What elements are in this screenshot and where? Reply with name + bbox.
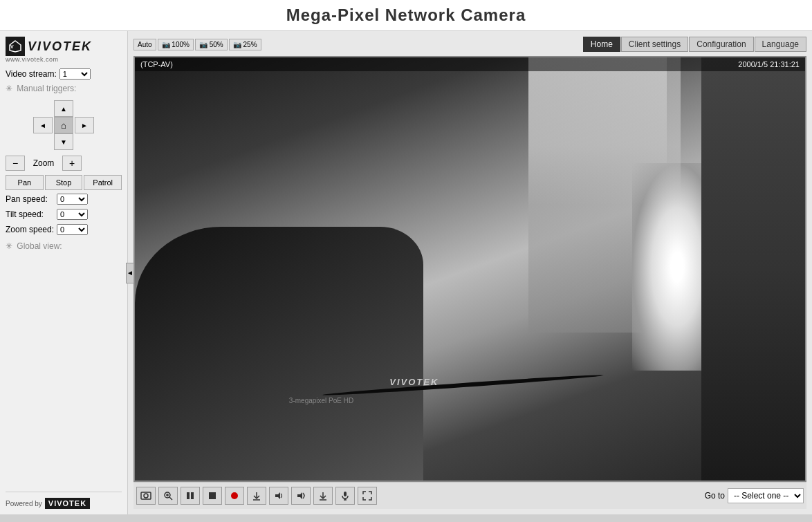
logo-icon: V bbox=[6, 37, 25, 56]
stream-100-button[interactable]: 📷 100% bbox=[158, 39, 194, 50]
camera-feed: VIVOTEK 3-megapixel PoE HD bbox=[135, 57, 805, 481]
svg-rect-8 bbox=[187, 492, 190, 499]
stop-video-button[interactable] bbox=[203, 487, 222, 505]
ptz-home-button[interactable]: ⌂ bbox=[54, 117, 73, 133]
global-view-label: ✳ Global view: bbox=[6, 241, 122, 251]
stop-button[interactable]: Stop bbox=[45, 175, 83, 190]
svg-rect-9 bbox=[191, 492, 194, 499]
svg-marker-14 bbox=[297, 492, 302, 499]
configuration-nav-button[interactable]: Configuration bbox=[689, 37, 753, 52]
stream-25-button[interactable]: 📷 25% bbox=[229, 39, 261, 50]
sidebar-footer: Powered by VIVOTEK bbox=[6, 492, 122, 509]
client-settings-nav-button[interactable]: Client settings bbox=[621, 37, 688, 52]
pan-speed-select[interactable]: 012345 bbox=[57, 194, 88, 205]
top-nav: Auto 📷 100% 📷 50% 📷 25% Home Client sett… bbox=[133, 37, 806, 52]
ptz-down-button[interactable]: ▼ bbox=[54, 133, 73, 150]
psp-row: Pan Stop Patrol bbox=[6, 175, 122, 190]
svg-line-5 bbox=[169, 497, 172, 500]
audio-download-button[interactable] bbox=[313, 487, 333, 505]
logo-website: www.vivotek.com bbox=[6, 56, 122, 63]
goto-select[interactable]: -- Select one -- Preset 1 Preset 2 Prese… bbox=[728, 488, 804, 503]
stream-controls: Auto 📷 100% 📷 50% 📷 25% bbox=[133, 39, 261, 50]
bottom-toolbar: Go to -- Select one -- Preset 1 Preset 2… bbox=[133, 482, 806, 509]
svg-point-11 bbox=[231, 492, 238, 499]
microphone-button[interactable] bbox=[335, 487, 355, 505]
sidebar-logo: V VIVOTEK www.vivotek.com bbox=[6, 37, 122, 63]
svg-point-3 bbox=[144, 494, 148, 498]
main-layout: V VIVOTEK www.vivotek.com Video stream: … bbox=[0, 31, 812, 514]
pan-button[interactable]: Pan bbox=[6, 175, 44, 190]
video-overlay-bar: (TCP-AV) 2000/1/5 21:31:21 bbox=[135, 57, 805, 71]
zoom-in-button[interactable]: + bbox=[62, 156, 82, 171]
zoom-speed-row: Zoom speed: 012345 bbox=[6, 224, 122, 235]
tilt-speed-select[interactable]: 012345 bbox=[57, 209, 88, 220]
zoom-speed-select[interactable]: 012345 bbox=[57, 224, 88, 235]
svg-rect-16 bbox=[344, 492, 347, 496]
record-button[interactable] bbox=[225, 487, 244, 505]
tilt-speed-label: Tilt speed: bbox=[6, 209, 54, 219]
ptz-up-button[interactable]: ▲ bbox=[54, 100, 73, 117]
patrol-button[interactable]: Patrol bbox=[84, 175, 122, 190]
tilt-speed-row: Tilt speed: 012345 bbox=[6, 209, 122, 220]
goto-label: Go to bbox=[705, 491, 725, 501]
pan-speed-label: Pan speed: bbox=[6, 194, 54, 204]
logo-text: VIVOTEK bbox=[28, 39, 92, 54]
zoom-speed-label: Zoom speed: bbox=[6, 225, 54, 234]
footer-logo: VIVOTEK bbox=[45, 498, 90, 509]
page-title: Mega-Pixel Network Camera bbox=[14, 6, 798, 25]
svg-rect-10 bbox=[209, 492, 216, 499]
collapse-sidebar-button[interactable]: ◄ bbox=[126, 263, 134, 283]
video-stream-row: Video stream: 1 2 3 bbox=[6, 68, 122, 80]
goto-row: Go to -- Select one -- Preset 1 Preset 2… bbox=[705, 488, 804, 503]
manual-triggers-label: ✳ Manual triggers: bbox=[6, 84, 122, 93]
pan-speed-row: Pan speed: 012345 bbox=[6, 194, 122, 205]
zoom-label: Zoom bbox=[26, 158, 61, 168]
download-video-button[interactable] bbox=[247, 487, 266, 505]
scene-model: 3-megapixel PoE HD bbox=[289, 397, 353, 404]
video-timestamp: 2000/1/5 21:31:21 bbox=[738, 60, 800, 68]
snapshot-button[interactable] bbox=[136, 487, 156, 505]
svg-marker-13 bbox=[275, 492, 280, 499]
zoom-out-button[interactable]: − bbox=[6, 156, 25, 171]
page-header: Mega-Pixel Network Camera bbox=[0, 0, 812, 31]
nav-buttons: Home Client settings Configuration Langu… bbox=[583, 37, 806, 52]
volume-button[interactable] bbox=[269, 487, 288, 505]
video-protocol-label: (TCP-AV) bbox=[140, 60, 173, 68]
language-nav-button[interactable]: Language bbox=[755, 37, 806, 52]
pause-button[interactable] bbox=[181, 487, 200, 505]
ptz-left-button[interactable]: ◄ bbox=[33, 117, 53, 133]
content-area: Auto 📷 100% 📷 50% 📷 25% Home Client sett… bbox=[128, 31, 812, 514]
zoom-row: − Zoom + bbox=[6, 156, 122, 171]
fullscreen-button[interactable] bbox=[358, 487, 377, 505]
scene-logo: VIVOTEK bbox=[389, 377, 439, 387]
stream-50-button[interactable]: 📷 50% bbox=[195, 39, 228, 50]
sidebar: V VIVOTEK www.vivotek.com Video stream: … bbox=[0, 31, 128, 514]
volume-high-button[interactable] bbox=[291, 487, 311, 505]
video-stream-label: Video stream: bbox=[6, 69, 57, 79]
video-stream-select[interactable]: 1 2 3 bbox=[59, 68, 91, 80]
digital-zoom-button[interactable] bbox=[158, 487, 178, 505]
svg-text:V: V bbox=[10, 44, 14, 49]
ptz-right-button[interactable]: ► bbox=[75, 117, 94, 133]
stream-auto-button[interactable]: Auto bbox=[133, 39, 156, 50]
ptz-controls: ▲ ◄ ⌂ ► ▼ bbox=[6, 100, 122, 150]
video-feed-wrapper: (TCP-AV) 2000/1/5 21:31:21 VIVO bbox=[133, 56, 806, 482]
home-nav-button[interactable]: Home bbox=[583, 37, 620, 52]
powered-by-text: Powered by bbox=[6, 500, 42, 507]
